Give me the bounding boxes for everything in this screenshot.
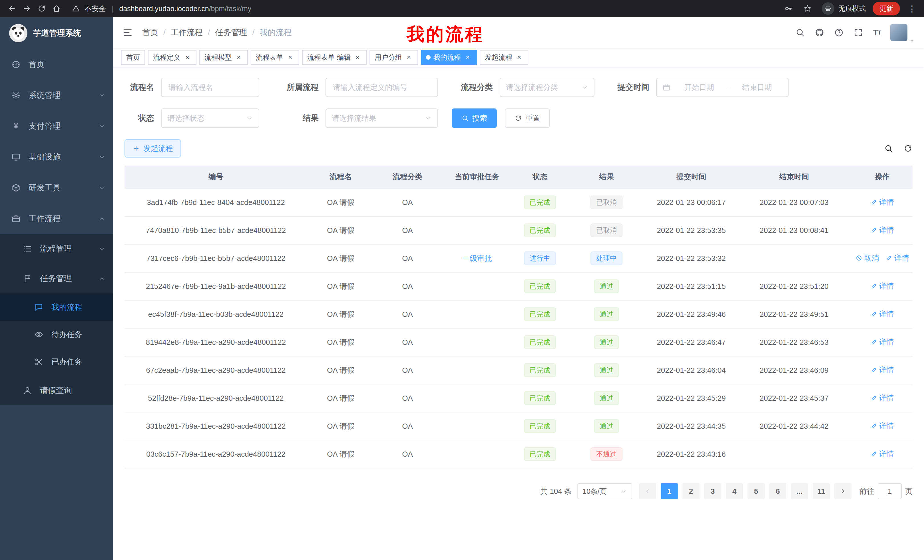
tab-home[interactable]: 首页 xyxy=(121,50,145,65)
sidebar-item-home[interactable]: 首页 xyxy=(0,49,113,80)
browser-menu-icon[interactable]: ⋮ xyxy=(904,1,920,16)
fullscreen-icon[interactable] xyxy=(854,28,863,37)
breadcrumb-item[interactable]: 首页 xyxy=(142,27,158,38)
detail-link[interactable]: 详情 xyxy=(871,309,894,319)
detail-link[interactable]: 详情 xyxy=(871,449,894,459)
sidebar-item-label: 首页 xyxy=(28,59,105,70)
close-icon[interactable]: × xyxy=(464,53,472,61)
sidebar-item-infra[interactable]: 基础设施 xyxy=(0,142,113,172)
cell-submit-time: 2022-01-22 23:51:15 xyxy=(646,272,736,300)
reset-button[interactable]: 重置 xyxy=(505,108,550,128)
cell-actions: 详情 xyxy=(852,328,913,356)
url-text[interactable]: dashboard.yudao.iocoder.cn/bpm/task/my xyxy=(119,4,252,13)
reload-icon[interactable] xyxy=(34,1,49,16)
cancel-link[interactable]: 取消 xyxy=(855,253,879,263)
briefcase-icon xyxy=(11,214,21,223)
cell-category: OA xyxy=(374,328,441,356)
column-header: 操作 xyxy=(852,166,913,189)
help-icon[interactable] xyxy=(834,28,844,37)
hamburger-icon[interactable] xyxy=(122,27,133,38)
page-button-4[interactable]: 4 xyxy=(726,483,743,499)
sidebar-item-workflow[interactable]: 工作流程 xyxy=(0,203,113,234)
user-avatar[interactable] xyxy=(890,24,915,41)
toggle-search-icon[interactable] xyxy=(884,144,893,153)
pager-more-button[interactable]: ... xyxy=(791,483,808,499)
chevron-up-icon xyxy=(99,276,105,282)
page-button-6[interactable]: 6 xyxy=(769,483,786,499)
tab-process-form[interactable]: 流程表单× xyxy=(251,50,299,65)
detail-link[interactable]: 详情 xyxy=(871,421,894,431)
update-button[interactable]: 更新 xyxy=(873,2,900,15)
detail-link[interactable]: 详情 xyxy=(871,225,894,235)
sidebar-item-payment[interactable]: 支付管理 xyxy=(0,111,113,142)
sidebar-item-devtools[interactable]: 研发工具 xyxy=(0,172,113,203)
tab-process-definition[interactable]: 流程定义× xyxy=(148,50,196,65)
detail-link[interactable]: 详情 xyxy=(871,281,894,291)
cell-end-time xyxy=(736,244,852,272)
page-button-1[interactable]: 1 xyxy=(661,483,678,499)
next-page-button[interactable] xyxy=(834,483,852,499)
prev-page-button[interactable] xyxy=(639,483,656,499)
pager-goto: 前往 页 xyxy=(860,483,913,499)
logo[interactable]: 芋道管理系统 xyxy=(0,17,113,49)
sidebar-item-leave-query[interactable]: 请假查询 xyxy=(0,376,113,405)
sidebar-item-task-mgmt[interactable]: 任务管理 xyxy=(0,264,113,293)
detail-link[interactable]: 详情 xyxy=(886,253,909,263)
github-icon[interactable] xyxy=(814,28,824,37)
category-select[interactable]: 请选择流程分类 xyxy=(500,78,594,97)
forward-icon[interactable] xyxy=(20,1,34,16)
sidebar-item-system[interactable]: 系统管理 xyxy=(0,80,113,111)
goto-page-input[interactable] xyxy=(878,483,902,499)
detail-link[interactable]: 详情 xyxy=(871,365,894,375)
address-bar[interactable]: 不安全 | dashboard.yudao.iocoder.cn/bpm/tas… xyxy=(72,4,781,13)
key-icon[interactable] xyxy=(781,1,795,16)
breadcrumb-item[interactable]: 任务管理 xyxy=(215,27,247,38)
detail-link[interactable]: 详情 xyxy=(871,197,894,207)
sidebar-item-my-process[interactable]: 我的流程 xyxy=(0,293,113,321)
sidebar-item-todo-task[interactable]: 待办任务 xyxy=(0,321,113,348)
page-button-5[interactable]: 5 xyxy=(747,483,765,499)
status-select[interactable]: 请选择状态 xyxy=(161,108,259,128)
current-task-link[interactable]: 一级审批 xyxy=(462,254,492,263)
sidebar-item-done-task[interactable]: 已办任务 xyxy=(0,348,113,376)
process-def-input[interactable] xyxy=(326,78,438,97)
tab-process-model[interactable]: 流程模型× xyxy=(199,50,248,65)
close-icon[interactable]: × xyxy=(405,53,413,61)
column-header: 当前审批任务 xyxy=(441,166,513,189)
back-icon[interactable] xyxy=(4,1,20,16)
submit-time-range-picker[interactable]: 开始日期 - 结束日期 xyxy=(656,78,789,97)
tab-user-group[interactable]: 用户分组× xyxy=(369,50,418,65)
close-icon[interactable]: × xyxy=(235,53,243,61)
table-refresh-icon[interactable] xyxy=(903,144,913,153)
cell-result: 通过 xyxy=(567,412,646,440)
font-size-icon[interactable]: TT xyxy=(873,28,880,37)
process-name-input[interactable] xyxy=(161,78,259,97)
breadcrumb-item[interactable]: 工作流程 xyxy=(171,27,203,38)
page-size-select[interactable]: 10条/页 xyxy=(578,483,632,499)
search-button[interactable]: 搜索 xyxy=(452,108,497,128)
tab-process-form-edit[interactable]: 流程表单-编辑× xyxy=(302,50,367,65)
bookmark-star-icon[interactable] xyxy=(800,1,815,16)
tab-my-process[interactable]: 我的流程× xyxy=(421,50,477,65)
close-icon[interactable]: × xyxy=(515,53,523,61)
page-button-11[interactable]: 11 xyxy=(813,483,830,499)
sidebar-item-process-mgmt[interactable]: 流程管理 xyxy=(0,234,113,264)
detail-link[interactable]: 详情 xyxy=(871,337,894,347)
edit-icon xyxy=(871,394,878,401)
page-button-3[interactable]: 3 xyxy=(704,483,721,499)
home-icon[interactable] xyxy=(49,1,64,16)
tab-start-process[interactable]: 发起流程× xyxy=(480,50,528,65)
filter-row-2: 状态 请选择状态 结果 请选择流结果 搜索 xyxy=(124,108,913,128)
cell-submit-time: 2022-01-22 23:45:29 xyxy=(646,384,736,412)
cell-category: OA xyxy=(374,216,441,244)
result-badge: 已取消 xyxy=(591,196,622,209)
result-select[interactable]: 请选择流结果 xyxy=(326,108,438,128)
close-icon[interactable]: × xyxy=(354,53,362,61)
page-button-2[interactable]: 2 xyxy=(682,483,700,499)
close-icon[interactable]: × xyxy=(183,53,191,61)
create-process-button[interactable]: 发起流程 xyxy=(124,139,181,157)
detail-link[interactable]: 详情 xyxy=(871,393,894,403)
cell-result: 通过 xyxy=(567,328,646,356)
close-icon[interactable]: × xyxy=(286,53,294,61)
header-search-icon[interactable] xyxy=(795,28,805,37)
